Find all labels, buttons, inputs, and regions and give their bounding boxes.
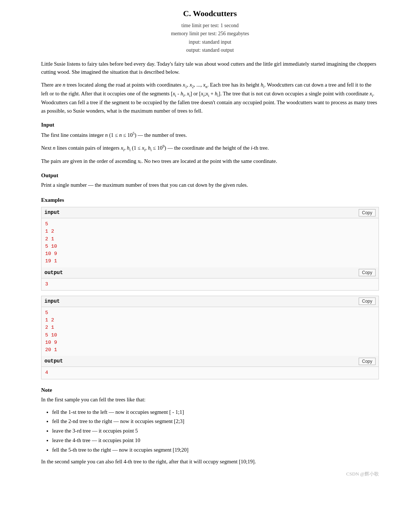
example-2-input-header: input Copy (41, 296, 379, 307)
example-2: input Copy 5 1 2 2 1 5 10 10 9 20 1 outp… (41, 296, 379, 379)
example-2-output-header: output Copy (41, 356, 379, 367)
copy-button-example2-input[interactable]: Copy (359, 298, 376, 305)
note-title: Note (41, 386, 379, 394)
intro-text: Little Susie listens to fairy tales befo… (41, 60, 379, 76)
copy-button-example1-output[interactable]: Copy (359, 269, 376, 276)
example-2-input-label: input (44, 298, 60, 305)
note-section: Note In the first sample you can fell th… (41, 386, 379, 466)
example-1-input-label: input (44, 209, 60, 216)
watermark: CSDN @辉小歌 (41, 470, 379, 478)
input-line2: Next n lines contain pairs of integers x… (41, 143, 379, 153)
example-1-input-header: input Copy (41, 207, 379, 218)
note-item-1: fell the 1-st tree to the left — now it … (52, 408, 379, 416)
example-1-output-label: output (44, 269, 63, 277)
time-limit: time limit per test: 1 second (41, 22, 379, 30)
example-1-output-header: output Copy (41, 267, 379, 278)
output-section-title: Output (41, 171, 379, 180)
example-2-input-data: 5 1 2 2 1 5 10 10 9 20 1 (41, 307, 379, 356)
page-title: C. Woodcutters (41, 7, 379, 19)
note-intro: In the first sample you can fell the tre… (41, 395, 379, 404)
input-section-title: Input (41, 121, 379, 129)
input-line3: The pairs are given in the order of asce… (41, 157, 379, 165)
copy-button-example1-input[interactable]: Copy (359, 209, 376, 216)
note-item-3: leave the 3-rd tree — it occupies point … (52, 427, 379, 435)
output-type: output: standard output (41, 46, 379, 54)
copy-button-example2-output[interactable]: Copy (359, 358, 376, 365)
note-item-5: fell the 5-th tree to the right — now it… (52, 446, 379, 454)
example-1-output-data: 3 (41, 278, 379, 290)
examples-title: Examples (41, 196, 379, 204)
note-item-4: leave the 4-th tree — it occupies point … (52, 437, 379, 445)
problem-desc: There are n trees located along the road… (41, 81, 379, 115)
memory-limit: memory limit per test: 256 megabytes (41, 30, 379, 38)
output-text: Print a single number — the maximum numb… (41, 181, 379, 189)
example-2-output-label: output (44, 357, 63, 365)
example-1-input-data: 5 1 2 2 1 5 10 10 9 19 1 (41, 218, 379, 267)
example-1: input Copy 5 1 2 2 1 5 10 10 9 19 1 outp… (41, 207, 379, 291)
input-line1: The first line contains integer n (1 ≤ n… (41, 131, 379, 139)
meta-info: time limit per test: 1 second memory lim… (41, 22, 379, 55)
example-2-output-data: 4 (41, 367, 379, 379)
note-list: fell the 1-st tree to the left — now it … (52, 408, 379, 454)
note-outro: In the second sample you can also fell 4… (41, 458, 379, 466)
input-type: input: standard input (41, 38, 379, 46)
note-item-2: fell the 2-nd tree to the right — now it… (52, 418, 379, 426)
